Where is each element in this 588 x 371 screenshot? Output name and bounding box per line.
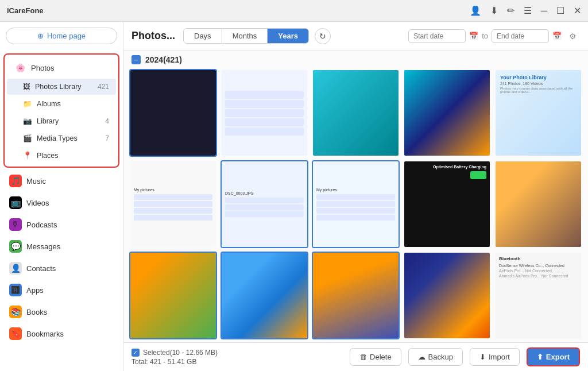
- year-header: ─ 2024(421): [123, 51, 588, 67]
- sidebar-item-photos[interactable]: 🌸 Photos: [7, 57, 116, 78]
- settings-button[interactable]: ⚙: [565, 29, 580, 44]
- photo-cell[interactable]: My pictures: [312, 160, 400, 248]
- sidebar-item-apps[interactable]: 🅰 Apps: [2, 280, 121, 300]
- photo-cell[interactable]: [403, 252, 491, 339]
- tab-years[interactable]: Years: [268, 29, 308, 43]
- photo-cell[interactable]: [312, 252, 400, 339]
- tab-months[interactable]: Months: [222, 29, 268, 43]
- videos-icon: 📺: [9, 196, 22, 209]
- music-icon: 🎵: [9, 175, 22, 187]
- photo-grid: Your Photo Library 241 Photos, 186 Video…: [129, 69, 582, 342]
- home-label: Home page: [47, 32, 86, 40]
- maximize-icon[interactable]: ☐: [556, 5, 564, 16]
- sidebar-item-photos-library[interactable]: 🖼 Photos Library 421: [7, 79, 116, 95]
- backup-button[interactable]: ☁ Backup: [408, 348, 463, 366]
- sidebar-item-messages[interactable]: 💬 Messages: [2, 236, 121, 257]
- toolbar: Photos... Days Months Years ↻ 📅 to 📅 ⚙: [123, 22, 588, 51]
- date-filter: 📅 to 📅 ⚙: [408, 29, 580, 44]
- photo-cell[interactable]: [220, 252, 308, 339]
- year-checkbox[interactable]: ─: [131, 55, 141, 64]
- home-page-button[interactable]: ⊕ Home page: [6, 28, 117, 44]
- books-icon: 📚: [9, 306, 22, 318]
- photo-cell[interactable]: [494, 160, 582, 248]
- media-types-label: Media Types: [37, 134, 100, 142]
- sidebar-item-places[interactable]: 📍 Places: [7, 147, 116, 164]
- edit-icon[interactable]: ✏: [507, 5, 514, 16]
- sidebar-item-music[interactable]: 🎵 Music: [2, 171, 121, 191]
- albums-label: Albums: [37, 100, 109, 108]
- sidebar-item-media-types[interactable]: 🎬 Media Types 7: [7, 130, 116, 146]
- app-body: ⊕ Home page 🌸 Photos 🖼 Photos Library 42…: [0, 22, 588, 371]
- sidebar-item-albums[interactable]: 📁 Albums: [7, 95, 116, 112]
- main-content: Photos... Days Months Years ↻ 📅 to 📅 ⚙ ─…: [123, 22, 588, 371]
- page-title: Photos...: [131, 30, 175, 42]
- import-button[interactable]: ⬇ Import: [470, 348, 520, 366]
- window-controls: 👤 ⬇ ✏ ☰ ─ ☐ ✕: [470, 5, 581, 16]
- library-icon: 📷: [23, 117, 32, 125]
- messages-label: Messages: [26, 242, 114, 251]
- contacts-label: Contacts: [26, 264, 114, 273]
- end-date-input[interactable]: [492, 29, 549, 43]
- bookmarks-icon: 🔖: [9, 327, 22, 340]
- music-label: Music: [26, 177, 114, 186]
- bottom-bar: ✓ Selected(10 - 12.66 MB) Total: 421 - 5…: [123, 342, 588, 371]
- photo-cell[interactable]: [129, 252, 217, 339]
- delete-label: Delete: [370, 353, 392, 361]
- sidebar-item-books[interactable]: 📚 Books: [2, 302, 121, 322]
- home-icon: ⊕: [37, 32, 44, 40]
- albums-icon: 📁: [23, 99, 32, 108]
- videos-label: Videos: [26, 199, 114, 207]
- total-line: Total: 421 - 51.41 GB: [131, 358, 218, 366]
- photos-sub-items: 🖼 Photos Library 421 📁 Albums 📷 Library …: [5, 79, 118, 164]
- photo-cell[interactable]: Bluetooth DuoSense Wireless Co... Connec…: [494, 252, 582, 339]
- photos-label: Photos: [31, 64, 109, 72]
- import-icon: ⬇: [479, 353, 486, 361]
- sidebar-item-bookmarks[interactable]: 🔖 Bookmarks: [2, 323, 121, 344]
- calendar-icon-end[interactable]: 📅: [552, 32, 562, 40]
- close-icon[interactable]: ✕: [574, 5, 581, 16]
- books-label: Books: [26, 308, 114, 316]
- photos-library-label: Photos Library: [35, 83, 93, 91]
- sidebar-item-library[interactable]: 📷 Library 4: [7, 113, 116, 129]
- start-date-input[interactable]: [408, 29, 466, 43]
- menu-icon[interactable]: ☰: [524, 5, 532, 16]
- sidebar-item-videos[interactable]: 📺 Videos: [2, 192, 121, 213]
- apps-icon: 🅰: [9, 284, 22, 296]
- photo-grid-container: Your Photo Library 241 Photos, 186 Video…: [123, 67, 588, 342]
- places-icon: 📍: [23, 151, 32, 160]
- media-types-icon: 🎬: [23, 134, 32, 142]
- photos-library-count: 421: [98, 83, 109, 91]
- photo-cell[interactable]: Your Photo Library 241 Photos, 186 Video…: [494, 69, 582, 157]
- photo-cell[interactable]: My pictures: [129, 160, 217, 248]
- photos-library-icon: 🖼: [23, 83, 30, 91]
- photo-cell[interactable]: [129, 69, 217, 157]
- refresh-button[interactable]: ↻: [315, 28, 331, 44]
- photo-cell[interactable]: [312, 69, 400, 157]
- contacts-icon: 👤: [9, 262, 22, 275]
- sidebar-item-podcasts[interactable]: 🎙 Podcasts: [2, 214, 121, 235]
- photo-cell[interactable]: [403, 69, 491, 157]
- import-label: Import: [489, 353, 510, 361]
- delete-icon: 🗑: [359, 353, 367, 361]
- download-icon[interactable]: ⬇: [490, 5, 498, 16]
- export-button[interactable]: ⬆ Export: [527, 347, 580, 366]
- podcasts-icon: 🎙: [9, 218, 22, 231]
- calendar-icon-start[interactable]: 📅: [469, 32, 478, 40]
- podcasts-label: Podcasts: [26, 221, 114, 229]
- selected-check-icon: ✓: [131, 349, 140, 357]
- user-icon[interactable]: 👤: [470, 5, 481, 16]
- sidebar-item-contacts[interactable]: 👤 Contacts: [2, 258, 121, 279]
- backup-icon: ☁: [418, 353, 425, 361]
- tab-days[interactable]: Days: [184, 29, 222, 43]
- photos-section: 🌸 Photos 🖼 Photos Library 421 📁 Albums 📷…: [3, 53, 119, 168]
- library-count: 4: [105, 117, 109, 125]
- delete-button[interactable]: 🗑 Delete: [350, 348, 401, 366]
- apps-label: Apps: [26, 286, 114, 295]
- selected-line: ✓ Selected(10 - 12.66 MB): [131, 349, 218, 357]
- year-label: 2024(421): [145, 55, 182, 64]
- photo-cell[interactable]: Optimised Battery Charging: [403, 160, 491, 248]
- photo-cell[interactable]: DSC_0003.JPG: [220, 160, 308, 248]
- sidebar: ⊕ Home page 🌸 Photos 🖼 Photos Library 42…: [0, 22, 123, 371]
- photo-cell[interactable]: [220, 69, 308, 157]
- minimize-icon[interactable]: ─: [541, 6, 547, 16]
